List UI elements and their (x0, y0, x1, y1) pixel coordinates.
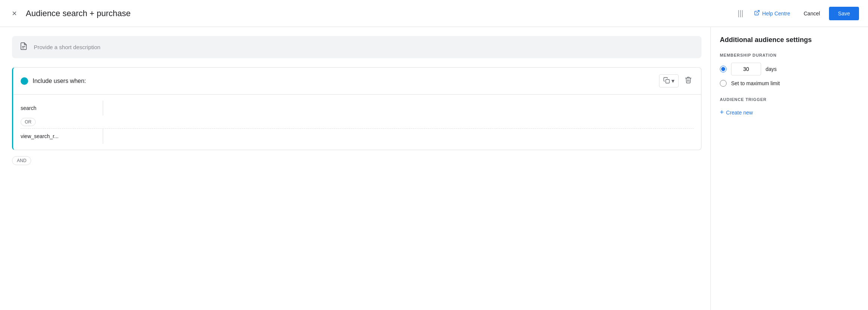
chevron-down-icon: ▾ (671, 77, 674, 84)
header-actions: Help Centre Cancel Save (749, 7, 859, 20)
header-center: ||| (737, 9, 743, 18)
days-radio-row: days (720, 63, 859, 75)
condition-value-search[interactable] (103, 101, 694, 116)
conditions-table: search OR view_search_r... (13, 95, 701, 150)
condition-value-view-search[interactable] (103, 129, 694, 144)
include-users-label: Include users when: (33, 78, 655, 84)
condition-actions: ▾ (659, 74, 694, 87)
svg-line-0 (756, 11, 759, 13)
close-button[interactable]: × (9, 6, 20, 21)
max-limit-label: Set to maximum limit (731, 80, 780, 86)
max-limit-radio[interactable] (720, 80, 727, 87)
condition-label-search: search (21, 101, 103, 116)
main-layout: Provide a short description Include user… (0, 27, 868, 310)
document-icon (20, 42, 28, 52)
and-section: AND (12, 156, 701, 165)
help-centre-button[interactable]: Help Centre (749, 7, 795, 20)
header: × Audience search + purchase ||| Help Ce… (0, 0, 868, 27)
help-centre-label: Help Centre (762, 11, 790, 17)
table-row: view_search_r... (21, 129, 694, 144)
audience-trigger-label: AUDIENCE TRIGGER (720, 97, 859, 102)
save-button[interactable]: Save (829, 7, 859, 20)
condition-header: Include users when: ▾ (13, 68, 701, 95)
left-panel: Provide a short description Include user… (0, 27, 710, 310)
days-radio[interactable] (720, 66, 727, 72)
delete-button[interactable] (683, 75, 694, 87)
days-unit-label: days (766, 66, 777, 72)
and-button[interactable]: AND (12, 156, 31, 165)
days-input[interactable] (731, 63, 761, 75)
cancel-button[interactable]: Cancel (797, 8, 826, 20)
condition-label-view-search: view_search_r... (21, 129, 103, 144)
right-panel: Additional audience settings MEMBERSHIP … (710, 27, 868, 310)
audience-trigger-section: AUDIENCE TRIGGER + Create new (720, 97, 859, 118)
or-badge: OR (21, 118, 36, 126)
description-placeholder: Provide a short description (34, 44, 101, 50)
bar-chart-icon: ||| (737, 9, 743, 18)
max-limit-radio-row: Set to maximum limit (720, 80, 859, 87)
svg-rect-3 (666, 80, 670, 83)
membership-duration-section: MEMBERSHIP DURATION days Set to maximum … (720, 53, 859, 87)
or-divider: OR (21, 116, 694, 128)
copy-dropdown-button[interactable]: ▾ (659, 74, 679, 87)
description-bar[interactable]: Provide a short description (12, 36, 701, 58)
create-new-button[interactable]: + Create new (720, 107, 753, 118)
settings-title: Additional audience settings (720, 36, 859, 44)
external-link-icon (754, 10, 760, 17)
plus-icon: + (720, 108, 724, 116)
teal-dot-icon (21, 77, 28, 85)
membership-duration-label: MEMBERSHIP DURATION (720, 53, 859, 57)
table-row: search (21, 101, 694, 116)
copy-icon (663, 77, 670, 85)
condition-block: Include users when: ▾ (12, 67, 701, 150)
create-new-label: Create new (726, 110, 753, 116)
page-title: Audience search + purchase (26, 9, 731, 18)
